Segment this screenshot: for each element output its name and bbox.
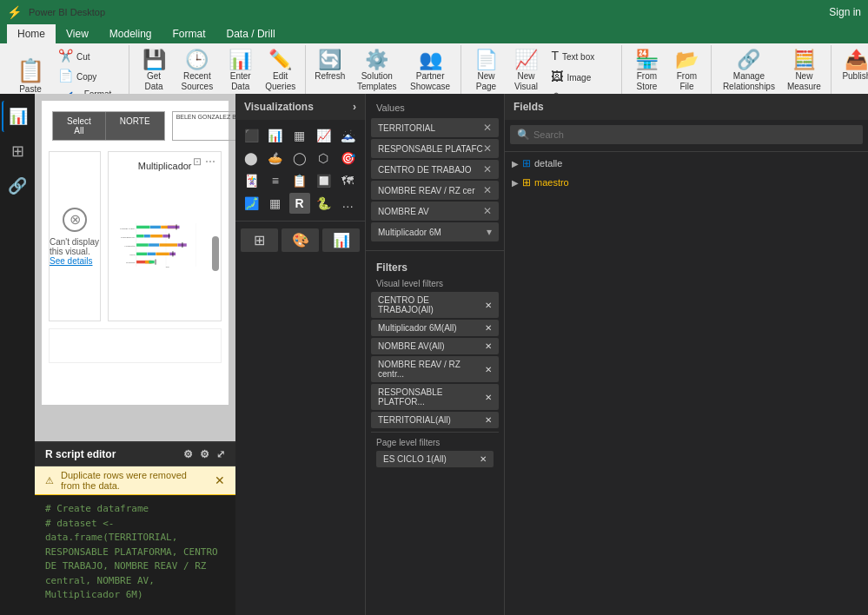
sign-in-button[interactable]: Sign in [829, 6, 861, 18]
viz-line-chart-icon[interactable]: 📈 [313, 125, 334, 127]
recent-sources-icon: 🕒 [185, 50, 209, 69]
get-data-label: Get Data [140, 71, 168, 92]
tab-modeling[interactable]: Modeling [99, 24, 162, 43]
viz-icons-grid: ⬛ 📊 ▦ 📈 🗻 ⬤ 🥧 ◯ ⬡ 🎯 🃏 ≡ 📋 🔲 🗺 🗾 ▦ R 🐍 … [235, 120, 365, 127]
right-panel: Visualizations › ⬛ 📊 ▦ 📈 🗻 ⬤ 🥧 ◯ ⬡ 🎯 🃏 ≡… [235, 94, 868, 127]
person-0[interactable]: BELÉN GONZALEZ BELTRAN [176, 114, 235, 122]
text-box-label: Text box [562, 52, 594, 62]
viz-area-chart-icon[interactable]: 🗻 [337, 125, 358, 127]
slicer-2: BELÉN GONZALEZ BELTRAN CRISTINA GALLADO … [172, 111, 235, 127]
slicers-row: Select All NORTE BELÉN GONZALEZ BELTRAN … [49, 108, 222, 127]
manage-relationships-button[interactable]: 🔗 Manage Relationships [717, 47, 780, 96]
viz-bar-chart-icon[interactable]: 📊 [265, 125, 286, 127]
ribbon-tabs: Home View Modeling Format Data / Drill [0, 24, 868, 43]
fields-panel-label: Fields [514, 101, 544, 113]
new-measure-label: New Measure [787, 71, 821, 92]
new-page-icon: 📄 [474, 50, 498, 69]
app-title: Power BI Desktop [29, 7, 105, 17]
report-view-icon[interactable]: 📊 [2, 101, 33, 127]
new-page-label: New Page [472, 71, 500, 92]
new-visual-button[interactable]: 📈 New Visual [507, 47, 545, 96]
viz-panel-header: Visualizations › [235, 94, 365, 120]
value-remove-0[interactable]: ✕ [483, 122, 492, 127]
copy-label: Copy [76, 72, 96, 82]
cut-label: Cut [76, 52, 90, 62]
viz-panel-expand[interactable]: › [353, 101, 356, 113]
fields-search-box[interactable]: 🔍 [510, 125, 863, 127]
top-bar: ⚡ Power BI Desktop Sign in [0, 0, 868, 24]
viz-table-icon[interactable]: ⬛ [241, 125, 262, 127]
get-data-icon: 💾 [142, 50, 166, 69]
tab-home[interactable]: Home [7, 24, 56, 43]
copy-button[interactable]: 📄 Copy [54, 67, 123, 86]
recent-sources-label: Recent Sources [180, 71, 215, 92]
paste-icon: 📋 [17, 57, 44, 84]
solution-templates-label: Solution Templates [356, 71, 398, 92]
text-box-icon: T [551, 50, 559, 62]
from-store-icon: 🏪 [635, 50, 659, 69]
cut-icon: ✂️ [58, 50, 73, 62]
visualizations-panel: Visualizations › ⬛ 📊 ▦ 📈 🗻 ⬤ 🥧 ◯ ⬡ 🎯 🃏 ≡… [235, 94, 366, 127]
publish-button[interactable]: 📤 Publish [837, 47, 868, 85]
new-visual-icon: 📈 [514, 50, 538, 69]
fields-panel: Fields 🔍 ▶ ⊞ detalle ▶ ⊞ maestro [505, 94, 868, 127]
publish-label: Publish [842, 71, 868, 82]
partner-showcase-button[interactable]: 👥 Partner Showcase [405, 47, 456, 96]
solution-templates-button[interactable]: ⚙️ Solution Templates [351, 47, 403, 96]
edit-queries-icon: ✏️ [268, 50, 292, 69]
partner-showcase-label: Partner Showcase [410, 71, 451, 92]
viz-panel-label: Visualizations [244, 101, 314, 113]
viz-stacked-bar-icon[interactable]: ▦ [289, 125, 310, 127]
values-filters-panel: Values TERRITORIAL ✕ RESPONSABLE PLATAFC… [366, 94, 505, 127]
image-icon: 🖼 [551, 70, 563, 83]
fields-panel-header: Fields [505, 94, 868, 120]
values-section: Values TERRITORIAL ✕ RESPONSABLE PLATAFC… [366, 94, 504, 127]
from-store-label: From Store [633, 71, 660, 92]
new-visual-label: New Visual [512, 71, 540, 92]
tab-view[interactable]: View [56, 24, 99, 43]
publish-icon: 📤 [845, 50, 868, 69]
tab-format[interactable]: Format [162, 24, 216, 43]
image-label: Image [567, 73, 591, 83]
from-store-button[interactable]: 🏪 From Store [627, 47, 666, 96]
refresh-button[interactable]: 🔄 Refresh [311, 47, 349, 85]
refresh-icon: 🔄 [318, 50, 341, 69]
value-item-0[interactable]: TERRITORIAL ✕ [371, 118, 499, 127]
main-canvas: Select All NORTE BELÉN GONZALEZ BELTRAN … [35, 94, 235, 127]
manage-relationships-label: Manage Relationships [722, 71, 775, 92]
edit-queries-label: Edit Queries [265, 71, 295, 92]
cut-button[interactable]: ✂️ Cut [54, 47, 123, 66]
image-button[interactable]: 🖼 Image [547, 68, 616, 87]
slicer-1: Select All NORTE [52, 111, 165, 127]
paste-label: Paste [19, 84, 42, 94]
canvas-page: Select All NORTE BELÉN GONZALEZ BELTRAN … [42, 101, 229, 127]
solution-templates-icon: ⚙️ [365, 50, 388, 69]
from-file-button[interactable]: 📂 From File [667, 47, 706, 96]
left-nav: 📊 ⊞ 🔗 [0, 94, 35, 127]
new-measure-icon: 🧮 [792, 50, 816, 69]
partner-showcase-icon: 👥 [419, 50, 442, 69]
new-measure-button[interactable]: 🧮 New Measure [782, 47, 825, 96]
values-label: Values [371, 99, 499, 116]
tab-data-drill[interactable]: Data / Drill [216, 24, 286, 43]
from-file-icon: 📂 [675, 50, 699, 69]
refresh-label: Refresh [315, 71, 345, 82]
enter-data-label: Enter Data [227, 71, 255, 92]
norte-slicer[interactable]: NORTE [105, 112, 164, 127]
select-all-slicer[interactable]: Select All [53, 112, 105, 127]
copy-icon: 📄 [58, 69, 73, 82]
people-row: BELÉN GONZALEZ BELTRAN CRISTINA GALLADO … [173, 112, 235, 123]
text-box-button[interactable]: T Text box [547, 47, 616, 66]
enter-data-button[interactable]: 📊 Enter Data [222, 47, 260, 96]
manage-relationships-icon: 🔗 [737, 50, 760, 69]
from-file-label: From File [673, 71, 700, 92]
enter-data-icon: 📊 [229, 50, 252, 69]
